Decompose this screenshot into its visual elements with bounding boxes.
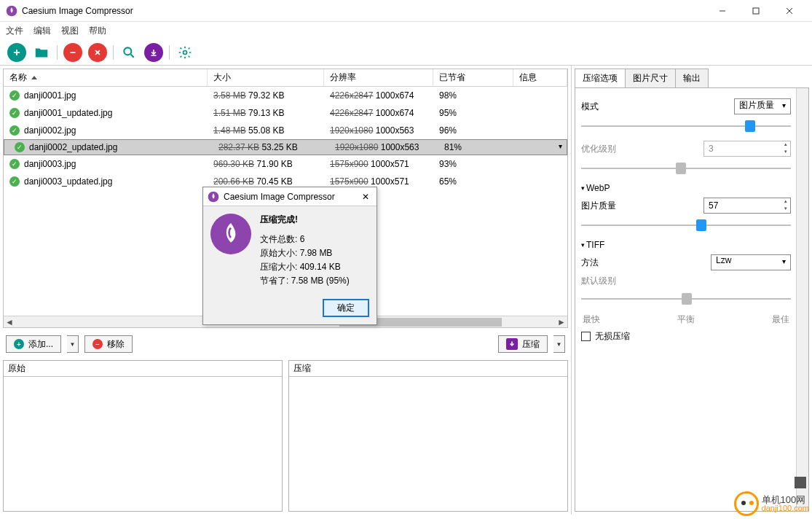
maximize-button[interactable]	[739, 0, 773, 22]
deflate-level-label: 默认级别	[581, 275, 616, 287]
mode-select[interactable]: 图片质量	[734, 98, 791, 114]
webp-quality-spin[interactable]: 57	[703, 198, 791, 214]
lossless-label: 无损压缩	[595, 330, 630, 343]
scrollbar-corner	[795, 477, 806, 488]
status-check-icon: ✓	[9, 125, 20, 136]
col-name[interactable]: 名称	[4, 69, 208, 86]
toolbar	[0, 39, 812, 66]
remove-button-label: 移除	[107, 338, 125, 351]
table-row[interactable]: ✓danji0002_updated.jpg282.37 KB 53.25 KB…	[4, 139, 567, 155]
menubar: 文件 编辑 视图 帮助	[0, 22, 812, 39]
watermark: 单机100网 danji100.com	[734, 491, 809, 516]
status-check-icon: ✓	[9, 90, 20, 101]
remove-button[interactable]	[63, 43, 82, 62]
dialog-app-icon	[208, 191, 219, 203]
compress-button[interactable]: 压缩	[498, 335, 548, 353]
original-preview-label: 原始	[4, 361, 282, 376]
webp-quality-label: 图片质量	[581, 200, 616, 212]
tick-balanced: 平衡	[677, 313, 695, 326]
add-button[interactable]: + 添加...	[6, 335, 61, 353]
window-title: Caesium Image Compressor	[22, 6, 706, 16]
svg-line-6	[131, 54, 134, 57]
close-button[interactable]	[773, 0, 806, 22]
file-name: danji0003_updated.jpg	[24, 176, 112, 187]
remove-list-button[interactable]: − 移除	[84, 335, 133, 353]
col-saved[interactable]: 已节省	[433, 69, 513, 86]
file-name: danji0001_updated.jpg	[24, 108, 112, 118]
minimize-button[interactable]	[706, 0, 739, 22]
add-file-button[interactable]	[7, 43, 26, 62]
file-name: danji0002_updated.jpg	[29, 142, 117, 152]
table-row[interactable]: ✓danji0001.jpg3.58 MB 79.32 KB4226x2847 …	[4, 87, 567, 104]
col-info[interactable]: 信息	[513, 69, 567, 86]
dialog-title: Caesium Image Compressor	[224, 192, 359, 202]
table-row[interactable]: ✓danji0002.jpg1.48 MB 55.08 KB1920x1080 …	[4, 122, 567, 139]
svg-rect-2	[753, 8, 759, 14]
add-button-label: 添加...	[28, 338, 53, 351]
add-button-dropdown[interactable]: ▼	[67, 335, 79, 353]
tiff-method-select[interactable]: Lzw	[711, 254, 791, 270]
webp-quality-slider[interactable]	[581, 218, 791, 233]
compress-toolbar-button[interactable]	[144, 43, 163, 62]
compress-button-label: 压缩	[522, 338, 540, 351]
lossless-checkbox[interactable]	[581, 332, 591, 341]
menu-view[interactable]: 视图	[61, 25, 79, 37]
status-check-icon: ✓	[9, 159, 20, 169]
open-folder-button[interactable]	[32, 43, 51, 62]
search-button[interactable]	[119, 43, 138, 62]
menu-edit[interactable]: 编辑	[33, 25, 51, 37]
tick-fast: 最快	[583, 313, 600, 326]
tiff-section[interactable]: TIFF	[581, 240, 791, 250]
table-row[interactable]: ✓danji0001_updated.jpg1.51 MB 79.13 KB42…	[4, 104, 567, 122]
clear-all-button[interactable]	[88, 43, 107, 62]
compressed-preview: 压缩	[288, 360, 568, 512]
dialog-logo-icon	[210, 214, 251, 254]
file-name: danji0001.jpg	[24, 90, 76, 101]
dialog-done-text: 压缩完成!	[260, 214, 350, 226]
svg-point-5	[124, 47, 131, 55]
status-check-icon: ✓	[15, 142, 25, 152]
deflate-slider	[581, 292, 791, 306]
file-name: danji0002.jpg	[24, 125, 76, 136]
app-icon	[6, 5, 17, 17]
opt-level-label: 优化级别	[581, 143, 616, 155]
quality-slider-1[interactable]	[581, 119, 791, 133]
dialog-close-button[interactable]: ✕	[359, 192, 372, 202]
opt-level-slider	[581, 161, 791, 176]
col-resolution[interactable]: 分辨率	[324, 69, 433, 86]
menu-help[interactable]: 帮助	[89, 25, 106, 37]
mode-label: 模式	[581, 101, 599, 113]
tab-size[interactable]: 图片尺寸	[625, 69, 676, 87]
compressed-preview-label: 压缩	[289, 361, 567, 376]
completion-dialog: Caesium Image Compressor ✕ 压缩完成! 文件总数: 6…	[202, 187, 377, 325]
tiff-method-label: 方法	[581, 257, 599, 269]
tab-output[interactable]: 输出	[675, 69, 709, 87]
table-row[interactable]: ✓danji0003.jpg969.30 KB 71.90 KB1575x900…	[4, 155, 567, 173]
tab-compression[interactable]: 压缩选项	[575, 69, 626, 87]
opt-level-spin: 3	[703, 141, 791, 157]
col-size[interactable]: 大小	[208, 69, 324, 86]
webp-section[interactable]: WebP	[581, 183, 791, 193]
watermark-logo-icon	[734, 491, 759, 516]
dialog-ok-button[interactable]: 确定	[323, 299, 369, 317]
menu-file[interactable]: 文件	[6, 25, 23, 37]
tick-best: 最佳	[772, 313, 789, 326]
status-check-icon: ✓	[9, 108, 20, 118]
original-preview: 原始	[3, 360, 283, 512]
compress-button-dropdown[interactable]: ▼	[553, 335, 565, 353]
file-name: danji0003.jpg	[24, 159, 76, 169]
titlebar: Caesium Image Compressor	[0, 0, 812, 22]
settings-button[interactable]	[176, 43, 194, 62]
svg-point-8	[184, 50, 187, 54]
status-check-icon: ✓	[9, 176, 20, 187]
